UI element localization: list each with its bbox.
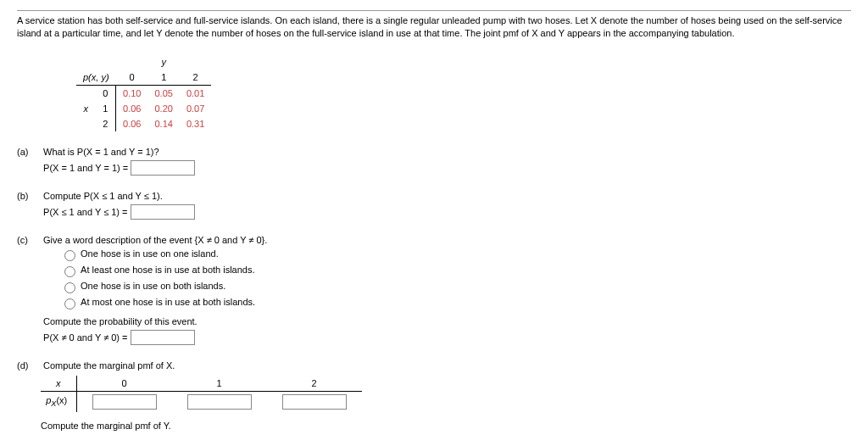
part-c-label: (c) (17, 235, 41, 245)
part-d-label: (d) (17, 360, 41, 371)
marg-x-input-1[interactable] (187, 394, 252, 410)
x-label: x (76, 101, 96, 116)
marg-row-label: pX(x) (41, 391, 76, 412)
part-c-question: Give a word description of the event {X … (43, 235, 267, 245)
part-c-option-2: One hose is in use on both islands. (81, 281, 225, 291)
row-head-0: 0 (96, 85, 116, 101)
part-c-radio-3[interactable] (64, 298, 75, 309)
part-c-radio-2[interactable] (64, 282, 75, 293)
cell-0-0: 0.10 (116, 85, 148, 101)
part-c-option-1: At least one hose is in use at both isla… (81, 265, 254, 275)
cell-2-2: 0.31 (180, 116, 211, 131)
part-b-input[interactable] (131, 204, 195, 220)
marginal-x-table: x 0 1 2 pX(x) (41, 376, 362, 412)
col-head-0: 0 (116, 70, 148, 86)
col-head-1: 1 (147, 70, 179, 86)
part-c-radio-0[interactable] (64, 250, 75, 261)
col-head-2: 2 (180, 70, 211, 86)
cell-2-0: 0.06 (116, 116, 148, 131)
part-c-answer-label: P(X ≠ 0 and Y ≠ 0) = (43, 332, 127, 343)
joint-pmf-table: y p(x, y) 0 1 2 0 0.10 0.05 0.01 x 1 0.0… (76, 54, 211, 131)
marg-x-input-0[interactable] (92, 394, 157, 410)
marg-x-input-2[interactable] (282, 394, 347, 410)
cell-2-1: 0.14 (147, 116, 179, 131)
row-head-1: 1 (96, 101, 116, 116)
y-label: y (147, 54, 179, 70)
cell-1-2: 0.07 (180, 101, 211, 116)
part-a-answer-label: P(X = 1 and Y = 1) = (43, 163, 128, 173)
part-b-answer-label: P(X ≤ 1 and Y ≤ 1) = (43, 207, 127, 217)
part-d-question: Compute the marginal pmf of X. (43, 360, 175, 371)
part-c-input[interactable] (131, 330, 195, 345)
marg-x-head: x (41, 376, 76, 392)
marg-col-2: 2 (267, 376, 362, 392)
part-b-question: Compute P(X ≤ 1 and Y ≤ 1). (43, 191, 163, 201)
cell-1-1: 0.20 (147, 101, 179, 116)
part-a-label: (a) (17, 147, 41, 157)
cell-0-2: 0.01 (180, 85, 211, 101)
part-c-radio-1[interactable] (64, 266, 75, 277)
problem-intro: A service station has both self-service … (17, 10, 851, 41)
marg-col-1: 1 (172, 376, 267, 392)
part-d-followup: Compute the marginal pmf of Y. (41, 421, 851, 431)
part-c-option-0: One hose is in use on one island. (81, 248, 219, 259)
part-b-label: (b) (17, 191, 41, 201)
part-a-input[interactable] (131, 160, 195, 176)
part-c-followup: Compute the probability of this event. (43, 316, 806, 326)
cell-0-1: 0.05 (147, 85, 179, 101)
pmf-corner: p(x, y) (76, 70, 116, 86)
marg-col-0: 0 (76, 376, 172, 392)
part-c-option-3: At most one hose is in use at both islan… (81, 297, 255, 307)
row-head-2: 2 (96, 116, 116, 131)
cell-1-0: 0.06 (116, 101, 148, 116)
part-a-question: What is P(X = 1 and Y = 1)? (43, 147, 159, 157)
